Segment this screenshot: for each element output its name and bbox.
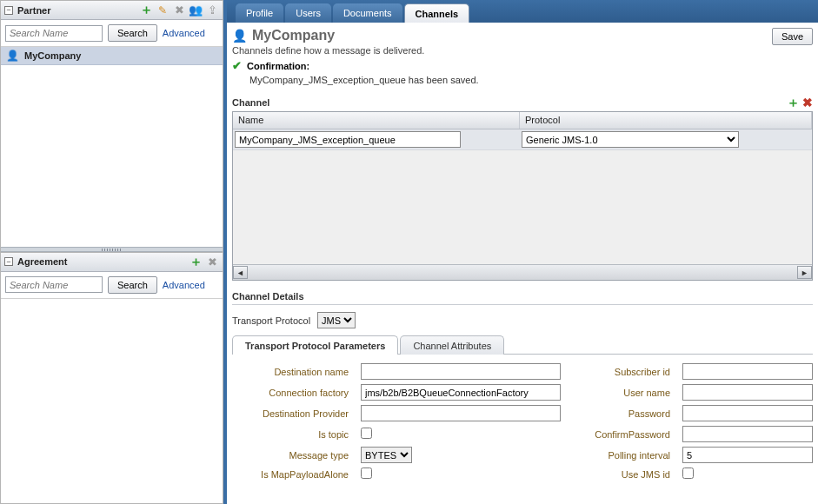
channel-section-label: Channel: [232, 97, 269, 108]
pencil-icon[interactable]: ✎: [156, 3, 170, 17]
confirmation-header: ✔ Confirmation:: [232, 59, 813, 72]
grid-empty-body: [233, 150, 812, 264]
polling-interval-input[interactable]: [682, 447, 813, 463]
confirmation-label: Confirmation:: [247, 61, 309, 71]
user-icon: 👤: [232, 29, 247, 43]
partner-search-row: Search Advanced: [1, 20, 223, 47]
scroll-right-icon[interactable]: ►: [797, 266, 812, 279]
page-title: MyCompany: [252, 28, 335, 43]
partner-panel-title: Partner: [17, 5, 136, 16]
transport-protocol-select[interactable]: JMS: [317, 312, 356, 328]
transport-params-form: Destination name Subscriber id Connectio…: [232, 355, 813, 481]
partner-panel: − Partner ＋ ✎ ✖ 👥 ⇪ Search Advanced 👤 My…: [0, 0, 223, 253]
agreement-advanced-link[interactable]: Advanced: [163, 280, 205, 290]
agreement-search-row: Search Advanced: [1, 272, 223, 299]
content: Save 👤 MyCompany Channels define how a m…: [227, 23, 818, 504]
confirm-password-label: ConfirmPassword: [569, 429, 674, 440]
destination-provider-input[interactable]: [361, 405, 561, 421]
partner-list-empty: [1, 65, 223, 247]
collapse-icon[interactable]: −: [4, 257, 13, 266]
delete-icon[interactable]: ✖: [802, 96, 813, 109]
resize-handle[interactable]: [1, 247, 223, 252]
export-icon[interactable]: ⇪: [205, 3, 219, 17]
transport-protocol-label: Transport Protocol: [232, 315, 310, 326]
is-map-checkbox[interactable]: [361, 468, 372, 479]
save-button[interactable]: Save: [772, 28, 813, 45]
confirmation-message: MyCompany_JMS_exception_queue has been s…: [249, 75, 813, 85]
scroll-left-icon[interactable]: ◄: [233, 266, 248, 279]
is-topic-label: Is topic: [239, 429, 352, 440]
subtab-channel-attributes[interactable]: Channel Attributes: [400, 335, 504, 355]
destination-name-label: Destination name: [239, 367, 352, 377]
user-icon: 👤: [6, 50, 19, 62]
password-label: Password: [569, 408, 674, 419]
confirm-password-input[interactable]: [682, 426, 813, 442]
is-topic-checkbox[interactable]: [361, 428, 372, 439]
col-name: Name: [233, 112, 520, 129]
message-type-label: Message type: [239, 450, 352, 461]
partner-panel-header: − Partner ＋ ✎ ✖ 👥 ⇪: [1, 1, 223, 20]
is-map-label: Is MapPayloadAlone: [239, 469, 352, 480]
tab-channels[interactable]: Channels: [404, 3, 470, 23]
main-area: Profile Users Documents Channels Save 👤 …: [227, 0, 818, 504]
message-type-select[interactable]: BYTES: [361, 447, 412, 463]
agreement-panel-title: Agreement: [17, 256, 186, 267]
agreement-list-empty: [1, 299, 223, 504]
user-name-input[interactable]: [682, 384, 813, 401]
password-input[interactable]: [682, 405, 813, 421]
users-icon: 👥: [189, 3, 203, 17]
agreement-panel-header: − Agreement ＋ ✖: [1, 253, 223, 272]
subtab-transport-params[interactable]: Transport Protocol Parameters: [232, 335, 398, 355]
subscriber-id-label: Subscriber id: [569, 367, 674, 377]
channel-section-header: Channel ＋ ✖: [232, 96, 813, 109]
delete-icon: ✖: [205, 255, 219, 269]
use-jms-id-label: Use JMS id: [569, 469, 674, 480]
collapse-icon[interactable]: −: [4, 6, 13, 15]
plus-icon[interactable]: ＋: [139, 3, 153, 17]
partner-search-button[interactable]: Search: [108, 24, 157, 42]
delete-icon: ✖: [172, 3, 186, 17]
protocol-select[interactable]: Generic JMS-1.0: [522, 131, 739, 148]
use-jms-id-checkbox[interactable]: [682, 468, 694, 479]
partner-item-mycompany[interactable]: 👤 MyCompany: [1, 47, 223, 65]
sidebar: − Partner ＋ ✎ ✖ 👥 ⇪ Search Advanced 👤 My…: [0, 0, 227, 504]
col-protocol: Protocol: [520, 112, 812, 129]
grid-header: Name Protocol: [233, 112, 812, 129]
details-subtabs: Transport Protocol Parameters Channel At…: [232, 334, 813, 355]
partner-item-label: MyCompany: [24, 50, 81, 61]
polling-interval-label: Polling interval: [569, 450, 674, 461]
agreement-search-button[interactable]: Search: [108, 276, 157, 294]
grid-scrollbar[interactable]: ◄ ►: [233, 264, 812, 280]
user-name-label: User name: [569, 388, 674, 398]
page-subtext: Channels define how a message is deliver…: [232, 45, 813, 56]
connection-factory-input[interactable]: [361, 384, 561, 401]
plus-icon[interactable]: ＋: [189, 255, 203, 269]
tab-documents[interactable]: Documents: [333, 3, 402, 23]
subscriber-id-input[interactable]: [682, 363, 813, 380]
destination-provider-label: Destination Provider: [239, 408, 352, 419]
tab-users[interactable]: Users: [285, 3, 331, 23]
destination-name-input[interactable]: [361, 363, 561, 380]
channel-grid: Name Protocol Generic JMS-1.0 ◄: [232, 111, 813, 281]
channel-name-input[interactable]: [235, 131, 461, 148]
partner-advanced-link[interactable]: Advanced: [163, 28, 205, 38]
connection-factory-label: Connection factory: [239, 388, 352, 398]
agreement-search-input[interactable]: [5, 276, 103, 293]
plus-icon[interactable]: ＋: [786, 96, 800, 109]
page-title-row: 👤 MyCompany: [232, 28, 813, 43]
tabs-bar: Profile Users Documents Channels: [227, 0, 818, 23]
channel-details-title: Channel Details: [232, 291, 813, 305]
tab-profile[interactable]: Profile: [236, 3, 283, 23]
check-icon: ✔: [232, 59, 242, 72]
agreement-panel: − Agreement ＋ ✖ Search Advanced: [0, 253, 223, 505]
transport-protocol-row: Transport Protocol JMS: [232, 312, 813, 328]
partner-search-input[interactable]: [5, 25, 103, 42]
table-row[interactable]: Generic JMS-1.0: [233, 129, 812, 150]
